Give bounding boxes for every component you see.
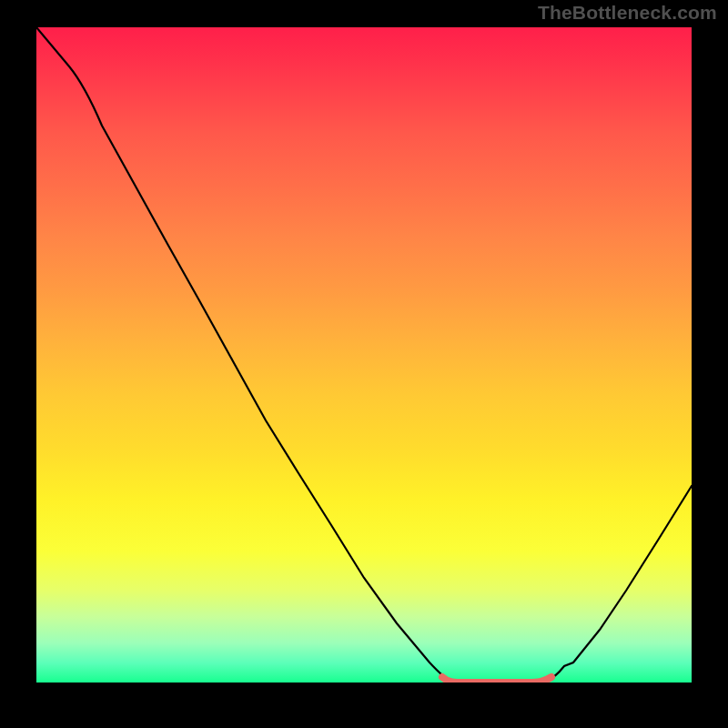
plot-area: [36, 27, 692, 682]
chart-svg: [36, 27, 692, 682]
bottleneck-curve: [36, 27, 692, 682]
watermark-text: TheBottleneck.com: [538, 2, 717, 24]
chart-container: TheBottleneck.com: [0, 0, 728, 728]
bottom-black-strip: [36, 682, 692, 728]
